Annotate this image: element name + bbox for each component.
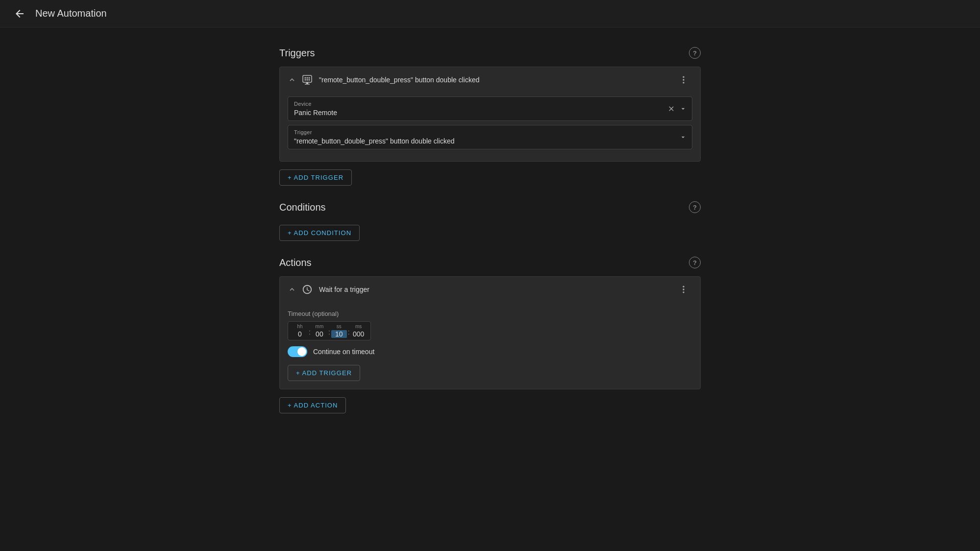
device-label: Device xyxy=(294,101,686,107)
device-clear-button[interactable] xyxy=(667,105,675,113)
add-action-button[interactable]: + ADD ACTION xyxy=(279,397,346,413)
time-hh-unit: hh xyxy=(292,324,308,338)
hh-label: hh xyxy=(297,324,302,329)
action-card-title: Wait for a trigger xyxy=(319,286,675,293)
add-condition-button[interactable]: + ADD CONDITION xyxy=(279,225,360,241)
device-field: Device Panic Remote xyxy=(288,96,692,121)
trigger-type-label: Trigger xyxy=(294,129,686,135)
trigger-type-dropdown-button[interactable] xyxy=(679,133,687,141)
trigger-card-body: Device Panic Remote xyxy=(280,93,700,161)
trigger-card-header: "remote_button_double_press" button doub… xyxy=(280,67,700,93)
trigger-card: "remote_button_double_press" button doub… xyxy=(279,67,701,162)
conditions-section: Conditions ? + ADD CONDITION xyxy=(279,201,701,241)
time-ss-unit: ss xyxy=(331,324,347,338)
sep-1: : xyxy=(308,328,312,336)
mm-label: mm xyxy=(316,324,324,329)
svg-point-2 xyxy=(307,77,308,79)
triggers-title: Triggers xyxy=(279,48,315,59)
triggers-help-icon[interactable]: ? xyxy=(689,47,701,59)
trigger-type-field-actions xyxy=(679,133,687,141)
sep-3: : xyxy=(347,328,351,336)
action-more-button[interactable] xyxy=(675,283,692,296)
actions-title: Actions xyxy=(279,257,312,268)
svg-point-15 xyxy=(683,291,684,293)
device-value: Panic Remote xyxy=(294,109,686,117)
add-trigger-button[interactable]: + ADD TRIGGER xyxy=(279,169,352,186)
conditions-section-header: Conditions ? xyxy=(279,201,701,213)
action-collapse-button[interactable] xyxy=(288,285,296,294)
triggers-section-header: Triggers ? xyxy=(279,47,701,59)
action-icon xyxy=(300,283,314,296)
trigger-more-button[interactable] xyxy=(675,73,692,87)
ms-input[interactable] xyxy=(351,330,367,338)
actions-section: Actions ? Wait for a trigger xyxy=(279,257,701,413)
ss-input[interactable] xyxy=(331,330,347,338)
svg-point-13 xyxy=(683,286,684,287)
device-field-actions xyxy=(667,105,687,113)
continue-timeout-toggle[interactable] xyxy=(288,346,307,357)
actions-help-icon[interactable]: ? xyxy=(689,257,701,268)
svg-rect-7 xyxy=(306,82,308,84)
time-ms-unit: ms xyxy=(351,324,367,338)
action-card-body: Timeout (optional) hh : mm : ss xyxy=(280,302,700,389)
svg-point-1 xyxy=(305,77,306,79)
trigger-icon xyxy=(300,73,314,87)
time-mm-unit: mm xyxy=(312,324,327,338)
ms-label: ms xyxy=(355,324,362,329)
trigger-type-field: Trigger "remote_button_double_press" but… xyxy=(288,125,692,149)
actions-section-header: Actions ? xyxy=(279,257,701,268)
trigger-card-title: "remote_button_double_press" button doub… xyxy=(319,76,675,84)
timeout-label: Timeout (optional) xyxy=(288,310,692,317)
svg-point-6 xyxy=(309,79,310,81)
svg-rect-8 xyxy=(305,84,310,85)
back-button[interactable] xyxy=(12,6,27,22)
action-card-header: Wait for a trigger xyxy=(280,277,700,302)
triggers-section: Triggers ? xyxy=(279,47,701,186)
svg-point-4 xyxy=(305,79,306,81)
sep-2: : xyxy=(327,328,331,336)
header: New Automation xyxy=(0,0,980,27)
svg-point-5 xyxy=(307,79,308,81)
page-title: New Automation xyxy=(35,8,107,19)
continue-timeout-row: Continue on timeout xyxy=(288,346,692,357)
trigger-type-value: "remote_button_double_press" button doub… xyxy=(294,137,686,145)
mm-input[interactable] xyxy=(312,330,327,338)
svg-point-11 xyxy=(683,82,684,83)
trigger-collapse-button[interactable] xyxy=(288,75,296,84)
svg-point-14 xyxy=(683,288,684,290)
hh-input[interactable] xyxy=(292,330,308,338)
action-card: Wait for a trigger Timeout (optional) hh xyxy=(279,276,701,389)
action-add-trigger-button[interactable]: + ADD TRIGGER xyxy=(288,365,360,381)
svg-point-3 xyxy=(309,77,310,79)
device-dropdown-button[interactable] xyxy=(679,105,687,113)
svg-rect-0 xyxy=(303,75,312,82)
time-inputs: hh : mm : ss : ms xyxy=(288,321,371,340)
conditions-title: Conditions xyxy=(279,202,326,213)
svg-point-9 xyxy=(683,76,684,78)
ss-label: ss xyxy=(337,324,342,329)
svg-point-10 xyxy=(683,79,684,80)
main-content: Triggers ? xyxy=(270,27,710,449)
conditions-help-icon[interactable]: ? xyxy=(689,201,701,213)
svg-rect-12 xyxy=(305,287,306,289)
continue-timeout-label: Continue on timeout xyxy=(313,348,374,356)
